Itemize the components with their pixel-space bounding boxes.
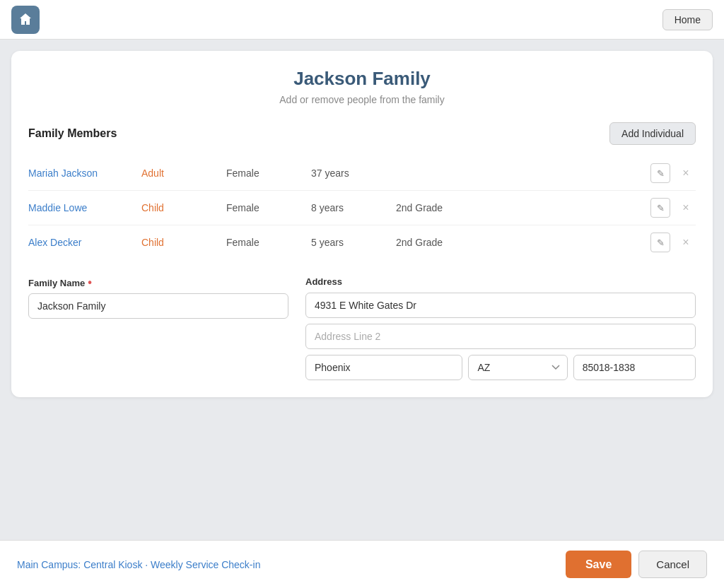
section-title: Family Members bbox=[28, 127, 117, 140]
member-gender: Female bbox=[226, 167, 311, 179]
add-individual-button[interactable]: Add Individual bbox=[609, 122, 696, 145]
member-actions: ✎ × bbox=[650, 163, 696, 183]
member-grade: 2nd Grade bbox=[396, 237, 650, 248]
main-content: Jackson Family Add or remove people from… bbox=[0, 40, 724, 540]
member-age: 37 years bbox=[311, 167, 396, 179]
address-label: Address bbox=[305, 276, 696, 287]
remove-member-button[interactable]: × bbox=[676, 163, 696, 183]
family-name-field-group: Family Name • bbox=[28, 276, 288, 380]
address-line2-input[interactable] bbox=[305, 324, 696, 349]
edit-member-button[interactable]: ✎ bbox=[650, 163, 670, 183]
member-name: Alex Decker bbox=[28, 237, 141, 248]
table-row: Alex Decker Child Female 5 years 2nd Gra… bbox=[28, 225, 696, 259]
state-select[interactable]: AZ CA TX NY FL bbox=[468, 355, 567, 380]
pencil-icon: ✎ bbox=[657, 168, 665, 179]
member-actions: ✎ × bbox=[650, 198, 696, 218]
required-indicator: • bbox=[88, 276, 92, 289]
pencil-icon: ✎ bbox=[657, 237, 665, 248]
members-list: Mariah Jackson Adult Female 37 years ✎ ×… bbox=[28, 156, 696, 259]
table-row: Mariah Jackson Adult Female 37 years ✎ × bbox=[28, 156, 696, 191]
logo-icon bbox=[17, 11, 34, 28]
edit-member-button[interactable]: ✎ bbox=[650, 233, 670, 252]
family-name-label: Family Name • bbox=[28, 276, 288, 289]
family-card: Jackson Family Add or remove people from… bbox=[11, 51, 713, 397]
pencil-icon: ✎ bbox=[657, 203, 665, 213]
member-age: 8 years bbox=[311, 202, 396, 213]
section-header: Family Members Add Individual bbox=[28, 122, 696, 145]
table-row: Maddie Lowe Child Female 8 years 2nd Gra… bbox=[28, 191, 696, 225]
remove-member-button[interactable]: × bbox=[676, 198, 696, 218]
form-section: Family Name • Address AZ CA TX bbox=[28, 276, 696, 380]
cancel-button[interactable]: Cancel bbox=[638, 551, 707, 578]
close-icon: × bbox=[682, 236, 689, 249]
member-actions: ✎ × bbox=[650, 233, 696, 252]
city-input[interactable] bbox=[305, 355, 462, 380]
member-role: Adult bbox=[141, 167, 226, 179]
close-icon: × bbox=[682, 167, 689, 180]
card-title: Jackson Family bbox=[28, 68, 696, 90]
bottom-actions: Save Cancel bbox=[566, 551, 707, 578]
home-button[interactable]: Home bbox=[662, 9, 713, 30]
address-field-group: Address AZ CA TX NY FL bbox=[305, 276, 696, 380]
save-button[interactable]: Save bbox=[566, 551, 631, 578]
remove-member-button[interactable]: × bbox=[676, 233, 696, 252]
address-city-state-zip-row: AZ CA TX NY FL bbox=[305, 355, 696, 380]
member-name: Maddie Lowe bbox=[28, 202, 141, 213]
member-gender: Female bbox=[226, 202, 311, 213]
bottom-info-text: Main Campus: Central Kiosk · Weekly Serv… bbox=[17, 559, 260, 570]
address-line1-input[interactable] bbox=[305, 293, 696, 318]
member-grade: 2nd Grade bbox=[396, 202, 650, 213]
app-logo[interactable] bbox=[11, 6, 40, 34]
member-role: Child bbox=[141, 202, 226, 213]
zip-input[interactable] bbox=[573, 355, 696, 380]
member-gender: Female bbox=[226, 237, 311, 248]
bottom-bar: Main Campus: Central Kiosk · Weekly Serv… bbox=[0, 540, 724, 588]
top-nav: Home bbox=[0, 0, 724, 40]
edit-member-button[interactable]: ✎ bbox=[650, 198, 670, 218]
close-icon: × bbox=[682, 201, 689, 214]
member-role: Child bbox=[141, 237, 226, 248]
member-age: 5 years bbox=[311, 237, 396, 248]
family-name-input[interactable] bbox=[28, 293, 288, 319]
card-subtitle: Add or remove people from the family bbox=[28, 94, 696, 105]
member-name: Mariah Jackson bbox=[28, 167, 141, 179]
family-name-label-text: Family Name bbox=[28, 278, 85, 288]
